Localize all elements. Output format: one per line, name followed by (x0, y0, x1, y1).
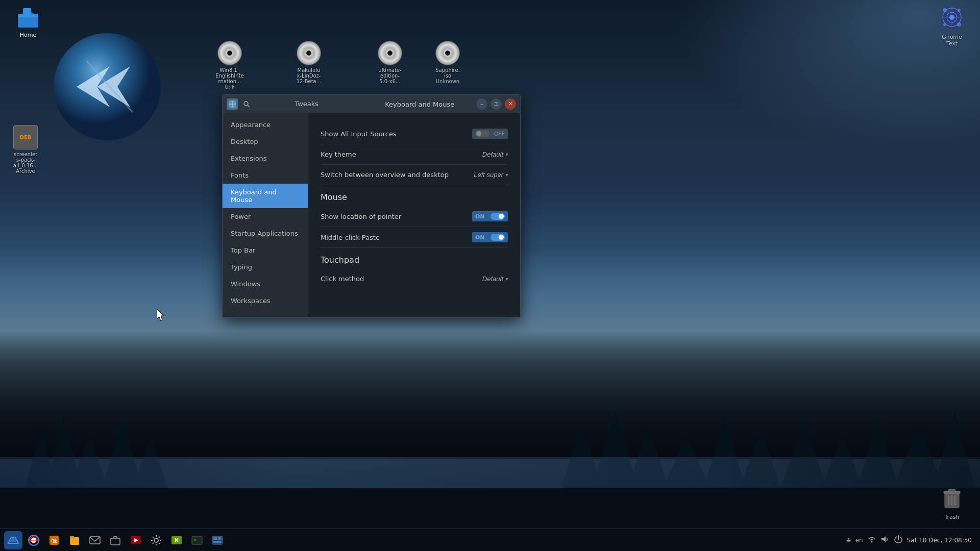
taskbar-icon-chromium[interactable] (24, 531, 43, 549)
datetime-display: Sat 10 Dec, 12:08:50 (907, 537, 972, 544)
svg-point-45 (229, 101, 231, 103)
sidebar: Appearance Desktop Extensions Fonts Keyb… (223, 113, 308, 317)
gnome-text-icon-img (940, 5, 964, 32)
taskbar-icon-settings[interactable] (147, 531, 165, 549)
sidebar-item-desktop[interactable]: Desktop (223, 133, 308, 150)
sidebar-item-startup[interactable]: Startup Applications (223, 225, 308, 242)
pointer-location-label: Show location of pointer (321, 213, 401, 220)
disc-icon-ultimate[interactable]: ultimate-edition-5.0-x6... (370, 41, 410, 84)
disc-icon-makululu[interactable]: Makululux-LinDoz-12-Beta... (288, 41, 329, 84)
trash-icon-img (940, 485, 964, 512)
svg-point-64 (154, 538, 158, 542)
taskbar-clock: Sat 10 Dec, 12:08:50 (907, 537, 972, 544)
sidebar-item-top-bar[interactable]: Top Bar (223, 242, 308, 259)
window-titlebar[interactable]: Tweaks Keyboard and Mouse − ⊡ ✕ (223, 95, 520, 113)
svg-point-49 (244, 102, 248, 106)
disc-sublabel-win81: Unk (225, 84, 234, 90)
svg-point-34 (943, 23, 946, 26)
dropdown-arrow-2: ▾ (505, 172, 508, 178)
input-sources-toggle[interactable]: OFF (472, 129, 508, 139)
pointer-toggle-label: ON (475, 213, 485, 220)
audio-icon[interactable] (880, 535, 890, 545)
close-button[interactable]: ✕ (505, 98, 516, 110)
switch-overview-label: Switch between overview and desktop (321, 171, 449, 179)
click-method-dropdown[interactable]: Default ▾ (482, 274, 508, 284)
disc-icon-sapphire[interactable]: Sapphire.iso Unknown (427, 41, 468, 84)
middle-click-label: Middle-click Paste (321, 234, 380, 241)
sidebar-item-appearance[interactable]: Appearance (223, 116, 308, 133)
svg-point-48 (234, 106, 236, 108)
taskbar-icon-zorin[interactable] (4, 531, 22, 549)
app-icon (227, 98, 238, 110)
svg-rect-61 (111, 538, 120, 545)
accessibility-icon[interactable]: ⊕ (846, 537, 851, 544)
svg-text:N: N (175, 538, 179, 543)
power-icon[interactable] (894, 535, 903, 545)
middle-click-toggle[interactable]: ON (472, 232, 508, 242)
svg-point-33 (958, 9, 961, 12)
svg-marker-74 (881, 536, 886, 542)
setting-row-click-method: Click method Default ▾ (321, 269, 508, 289)
disc-sublabel-sapphire: Unknown (436, 79, 459, 84)
taskbar-icon-briefcase[interactable] (106, 531, 125, 549)
dropdown-arrow-3: ▾ (505, 276, 508, 282)
svg-point-73 (871, 541, 872, 543)
svg-rect-20 (18, 14, 38, 17)
restore-button[interactable]: ⊡ (491, 98, 502, 110)
svg-rect-72 (213, 541, 222, 543)
desktop-icon-trash[interactable]: Trash (932, 485, 972, 520)
pointer-location-toggle[interactable]: ON (472, 211, 508, 221)
taskbar-icon-email[interactable] (86, 531, 104, 549)
taskbar-icon-software[interactable]: 🛍 (45, 531, 63, 549)
disc-img-ultimate (378, 41, 402, 65)
taskbar-icon-app10[interactable] (208, 531, 227, 549)
svg-rect-38 (948, 489, 955, 492)
minimize-button[interactable]: − (476, 98, 487, 110)
switch-overview-dropdown[interactable]: Left super ▾ (474, 170, 508, 180)
mouse-section-header: Mouse (321, 192, 508, 202)
sidebar-item-workspaces[interactable]: Workspaces (223, 292, 308, 309)
wifi-icon[interactable] (867, 535, 876, 545)
svg-point-46 (234, 101, 236, 103)
sidebar-item-extensions[interactable]: Extensions (223, 150, 308, 167)
disc-img-makululu (297, 41, 321, 65)
disc-label-sapphire: Sapphire.iso (435, 67, 460, 79)
disc-img-sapphire (435, 41, 460, 65)
desktop-icon-home[interactable]: Home (8, 5, 48, 39)
svg-rect-21 (23, 8, 31, 14)
taskbar-icon-terminal[interactable]: >_ (188, 531, 206, 549)
window-controls: − ⊡ ✕ (476, 98, 516, 110)
switch-overview-value: Left super (474, 171, 503, 179)
taskbar-icon-nvidia[interactable]: N (167, 531, 186, 549)
key-theme-dropdown[interactable]: Default ▾ (482, 149, 508, 159)
svg-point-31 (949, 15, 954, 20)
home-icon-label: Home (20, 32, 36, 39)
taskbar-icon-media[interactable] (127, 531, 145, 549)
content-area: Show All Input Sources OFF Key theme Def… (308, 113, 520, 317)
deb-icon-img: DEB (13, 125, 38, 149)
svg-text:🛍: 🛍 (51, 537, 57, 544)
toggle-track-on-1 (491, 213, 505, 220)
disc-icon-win81[interactable]: Win8.1_EnglishInternation... Unk (209, 41, 250, 90)
sidebar-item-power[interactable]: Power (223, 208, 308, 225)
large-logo (51, 31, 163, 143)
desktop-icon-screenlet[interactable]: DEB screenlets-pack-all_0.16...Archive (5, 125, 46, 174)
key-theme-value: Default (482, 151, 503, 158)
sidebar-item-keyboard-mouse[interactable]: Keyboard and Mouse (223, 184, 308, 208)
disc-label-ultimate: ultimate-edition-5.0-x6... (378, 67, 401, 84)
sidebar-item-fonts[interactable]: Fonts (223, 167, 308, 184)
sidebar-item-windows[interactable]: Windows (223, 276, 308, 292)
svg-rect-71 (218, 537, 222, 540)
click-method-value: Default (482, 275, 503, 283)
svg-rect-58 (70, 537, 79, 545)
setting-row-pointer-location: Show location of pointer ON (321, 206, 508, 227)
svg-point-32 (943, 8, 947, 12)
taskbar-icon-files[interactable] (65, 531, 84, 549)
sidebar-item-typing[interactable]: Typing (223, 259, 308, 276)
disc-label-win81: Win8.1_EnglishInternation... (215, 67, 243, 84)
setting-row-input-sources: Show All Input Sources OFF (321, 123, 508, 144)
desktop-icon-gnome-text[interactable]: GnomeText (932, 5, 972, 47)
gnome-text-label: GnomeText (942, 34, 962, 47)
language-indicator[interactable]: en (855, 537, 863, 544)
svg-rect-59 (70, 536, 74, 538)
